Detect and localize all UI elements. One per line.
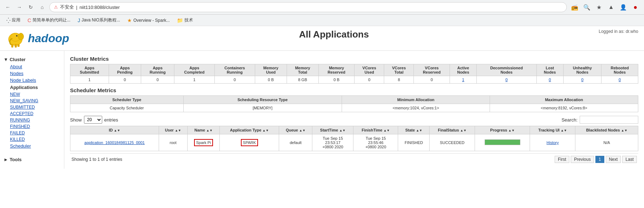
nav-forward-button[interactable]: → — [15, 3, 24, 11]
sidebar-item-running[interactable]: RUNNING — [10, 117, 60, 123]
col-blacklisted-nodes[interactable]: Blacklisted Nodes ▲▼ — [575, 126, 638, 134]
val-apps-submitted: 1 — [70, 76, 109, 84]
applications-table: ID ▲▼ User ▲▼ Name ▲▼ Application Type ▲… — [70, 126, 638, 151]
extension-button[interactable]: ▲ — [606, 2, 616, 12]
bookmark-spark-overview[interactable]: ★ Overview - Spark... — [124, 16, 173, 24]
address-bar[interactable]: ⚠ 不安全 | niit110:8088/cluster — [49, 2, 567, 12]
col-start-time[interactable]: StartTime ▲▼ — [312, 126, 353, 134]
bookmark-button[interactable]: ★ — [594, 2, 604, 12]
type-sort-icon: ▲▼ — [262, 129, 269, 132]
menu-button[interactable]: ● — [630, 2, 640, 12]
scheduler-metrics-title: Scheduler Metrics — [70, 87, 638, 93]
sidebar-item-finished[interactable]: FINISHED — [10, 123, 60, 130]
sidebar-tools-header[interactable]: ► Tools — [4, 156, 60, 163]
sidebar-item-new-saving[interactable]: NEW_SAVING — [10, 98, 60, 104]
pagination-next[interactable]: Next — [606, 156, 621, 163]
account-button[interactable]: 👤 — [618, 2, 628, 12]
sidebar-tools-label: Tools — [10, 157, 22, 162]
val-minimum-allocation: <memory:1024, vCores:1> — [342, 104, 490, 112]
bookmark-simple-code-icon: C — [28, 18, 31, 23]
translate-button[interactable]: 📻 — [570, 2, 580, 12]
pagination-first[interactable]: First — [555, 156, 569, 163]
bookmark-simple-code[interactable]: C 简简单单的代码让... — [25, 16, 73, 24]
show-label: Show — [70, 117, 82, 123]
col-finish-time[interactable]: FinishTime ▲▼ — [353, 126, 398, 134]
app-blacklisted-nodes: N/A — [575, 134, 638, 151]
val-rebooted-nodes[interactable]: 0 — [601, 76, 638, 84]
app-id[interactable]: application_1600184981125_0001 — [70, 134, 159, 151]
val-unhealthy-nodes[interactable]: 0 — [563, 76, 601, 84]
col-id[interactable]: ID ▲▼ — [70, 126, 159, 134]
val-active-nodes[interactable]: 1 — [450, 76, 476, 84]
content-area: Cluster Metrics AppsSubmitted AppsPendin… — [64, 51, 644, 169]
search-input[interactable] — [580, 116, 638, 124]
sidebar-item-killed[interactable]: KILLED — [10, 136, 60, 143]
sidebar-item-new[interactable]: NEW — [10, 91, 60, 98]
nav-back-button[interactable]: ← — [4, 3, 12, 11]
sidebar-item-node-labels[interactable]: Node Labels — [4, 77, 60, 84]
col-apps-completed: AppsCompleted — [174, 64, 214, 76]
col-maximum-allocation: Maximum Allocation — [490, 96, 638, 104]
bookmarks-bar: ⁛ 应用 C 简简单单的代码让... J Java NIO系列教程... ★ O… — [0, 15, 644, 26]
nav-refresh-button[interactable]: ↻ — [26, 3, 35, 11]
svg-rect-5 — [15, 44, 17, 48]
page-header: hadoop All Applications Logged in as: dr… — [0, 26, 644, 51]
app-start-time: Tue Sep 1523:53:17+0800 2020 — [312, 134, 353, 151]
app-name-highlight: Spark Pi — [194, 139, 213, 146]
entries-label: entries — [104, 117, 118, 123]
nav-home-button[interactable]: ⌂ — [38, 3, 46, 11]
sidebar-item-about[interactable]: About — [4, 63, 60, 70]
col-apps-pending: AppsPending — [109, 64, 141, 76]
progress-bar — [485, 139, 520, 145]
col-progress[interactable]: Progress ▲▼ — [475, 126, 530, 134]
sidebar-item-scheduler[interactable]: Scheduler — [4, 143, 60, 149]
val-apps-completed: 1 — [174, 76, 214, 84]
app-queue: default — [279, 134, 312, 151]
zoom-button[interactable]: 🔍 — [582, 2, 592, 12]
name-sort-icon: ▲▼ — [206, 129, 213, 132]
col-lost-nodes: LostNodes — [536, 64, 563, 76]
col-queue[interactable]: Queue ▲▼ — [279, 126, 312, 134]
bookmark-java-nio[interactable]: J Java NIO系列教程... — [75, 16, 123, 24]
col-containers-running: ContainersRunning — [214, 64, 255, 76]
show-entries-select[interactable]: 20 50 100 — [84, 116, 102, 124]
sidebar: ▼ Cluster About Nodes Node Labels Applic… — [0, 51, 64, 169]
search-label: Search: — [561, 117, 578, 123]
col-apps-submitted: AppsSubmitted — [70, 64, 109, 76]
app-progress — [475, 134, 530, 151]
col-user[interactable]: User ▲▼ — [159, 126, 187, 134]
col-name[interactable]: Name ▲▼ — [187, 126, 220, 134]
pagination-last[interactable]: Last — [622, 156, 637, 163]
sidebar-cluster-header[interactable]: ▼ Cluster — [4, 56, 60, 63]
security-label: 不安全 — [60, 4, 74, 10]
sidebar-item-nodes[interactable]: Nodes — [4, 70, 60, 77]
col-vcores-reserved: VCoresReserved — [414, 64, 450, 76]
app-tracking-ui[interactable]: History — [530, 134, 575, 151]
id-sort-icon: ▲▼ — [114, 129, 120, 132]
col-final-status[interactable]: FinalStatus ▲▼ — [430, 126, 475, 134]
val-containers-running: 0 — [214, 76, 255, 84]
pagination-previous[interactable]: Previous — [571, 156, 594, 163]
pagination-page-1[interactable]: 1 — [595, 156, 604, 163]
bookmark-tech[interactable]: 📁 技术 — [174, 16, 196, 24]
security-icon: ⚠ — [54, 5, 58, 10]
val-decommissioned-nodes[interactable]: 0 — [477, 76, 537, 84]
progress-fill — [485, 140, 520, 145]
col-tracking-ui[interactable]: Tracking UI ▲▼ — [530, 126, 575, 134]
final-status-sort-icon: ▲▼ — [460, 129, 467, 132]
sidebar-item-failed[interactable]: FAILED — [10, 130, 60, 136]
sidebar-item-accepted[interactable]: ACCEPTED — [10, 110, 60, 117]
bookmark-apps[interactable]: ⁛ 应用 — [4, 16, 23, 24]
hadoop-elephant-icon — [6, 29, 26, 48]
cluster-metrics-table: AppsSubmitted AppsPending AppsRunning Ap… — [70, 64, 638, 84]
main-container: ▼ Cluster About Nodes Node Labels Applic… — [0, 51, 644, 169]
val-apps-pending: 0 — [109, 76, 141, 84]
logged-in-text: Logged in as: dr.who — [599, 29, 638, 34]
app-user: root — [159, 134, 187, 151]
sidebar-item-submitted[interactable]: SUBMITTED — [10, 104, 60, 110]
col-state[interactable]: State ▲▼ — [398, 126, 430, 134]
col-active-nodes: ActiveNodes — [450, 64, 476, 76]
bookmark-spark-label: Overview - Spark... — [133, 18, 170, 23]
col-application-type[interactable]: Application Type ▲▼ — [220, 126, 279, 134]
val-lost-nodes[interactable]: 0 — [536, 76, 563, 84]
